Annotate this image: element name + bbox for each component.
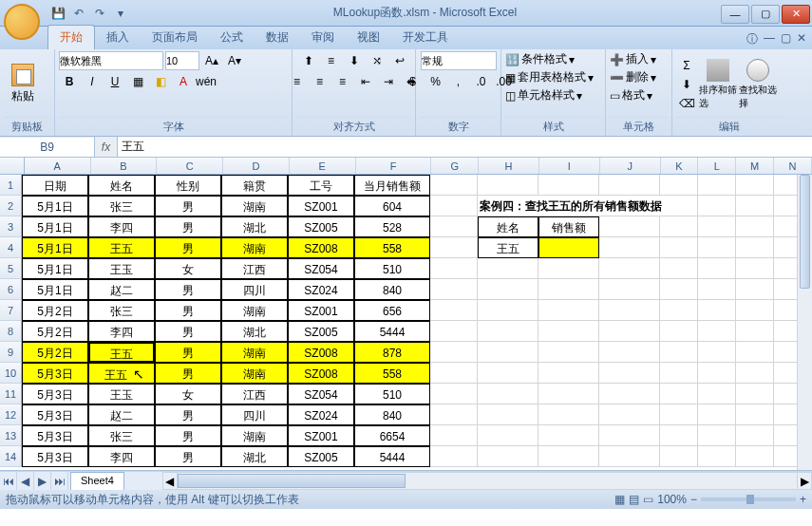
cell[interactable] — [430, 300, 478, 321]
cell[interactable] — [538, 425, 599, 446]
redo-icon[interactable]: ↷ — [91, 5, 108, 22]
format-button[interactable]: ▭格式▾ — [610, 87, 652, 103]
cell[interactable]: 湖北 — [221, 321, 288, 342]
italic-icon[interactable]: I — [82, 72, 103, 91]
number-format-combo[interactable] — [421, 51, 497, 70]
col-header[interactable]: G — [431, 158, 479, 174]
cell[interactable] — [538, 175, 599, 196]
tab-formulas[interactable]: 公式 — [209, 26, 255, 49]
cell[interactable] — [599, 363, 660, 384]
scroll-thumb[interactable] — [800, 175, 810, 289]
cell[interactable]: 5月2日 — [22, 342, 88, 363]
cell[interactable] — [660, 321, 698, 342]
cell[interactable]: 5月3日 — [22, 363, 88, 384]
cell[interactable] — [660, 446, 698, 467]
horizontal-scrollbar[interactable]: ◀ ▶ — [162, 472, 812, 490]
hscroll-right-icon[interactable]: ▶ — [797, 472, 812, 490]
cell[interactable] — [660, 404, 698, 425]
cell[interactable]: 湖南 — [221, 237, 288, 258]
cell[interactable]: 湖南 — [221, 425, 288, 446]
hscroll-left-icon[interactable]: ◀ — [162, 472, 178, 490]
cell[interactable] — [698, 279, 736, 300]
tab-nav-first-icon[interactable]: ⏮ — [0, 472, 17, 490]
find-select-button[interactable]: 查找和选择 — [739, 53, 777, 116]
cell[interactable] — [599, 404, 660, 425]
tab-nav-prev-icon[interactable]: ◀ — [17, 472, 34, 490]
cell[interactable] — [736, 363, 774, 384]
cell[interactable]: 510 — [354, 258, 430, 279]
cell[interactable] — [478, 404, 538, 425]
cell[interactable] — [660, 425, 698, 446]
cell[interactable] — [430, 404, 478, 425]
cell[interactable]: SZ001 — [288, 300, 354, 321]
cell[interactable]: 日期 — [22, 175, 88, 196]
cell[interactable]: 四川 — [221, 279, 288, 300]
row-header[interactable]: 5 — [0, 258, 22, 279]
cell[interactable]: 江西 — [221, 258, 288, 279]
comma-icon[interactable]: , — [448, 72, 469, 91]
cell[interactable]: 四川 — [221, 404, 288, 425]
cell[interactable] — [698, 300, 736, 321]
phonetic-icon[interactable]: wén — [196, 72, 217, 91]
row-header[interactable]: 8 — [0, 321, 22, 342]
cell[interactable] — [698, 237, 736, 258]
cell[interactable]: 男 — [155, 363, 221, 384]
cell[interactable] — [599, 321, 660, 342]
cell[interactable] — [736, 446, 774, 467]
cell[interactable]: SZ001 — [288, 425, 354, 446]
cell[interactable]: 张三 — [88, 300, 155, 321]
cell[interactable] — [660, 175, 698, 196]
cell-styles-button[interactable]: ◫单元格样式▾ — [505, 87, 582, 103]
cell[interactable] — [478, 384, 538, 404]
cell[interactable]: SZ024 — [288, 279, 354, 300]
cell[interactable]: 男 — [155, 279, 221, 300]
col-header[interactable]: E — [290, 158, 356, 174]
mdi-close-icon[interactable]: ✕ — [797, 31, 806, 47]
cell[interactable] — [698, 196, 736, 216]
percent-icon[interactable]: % — [425, 72, 446, 91]
align-left-icon[interactable]: ≡ — [287, 72, 308, 91]
cell[interactable]: 男 — [155, 425, 221, 446]
name-box[interactable] — [0, 138, 94, 157]
cell[interactable] — [736, 425, 774, 446]
col-header[interactable]: L — [698, 158, 736, 174]
vertical-scrollbar[interactable] — [797, 175, 812, 470]
tab-nav-last-icon[interactable]: ⏭ — [51, 472, 68, 490]
row-header[interactable]: 3 — [0, 216, 22, 237]
cell[interactable] — [698, 384, 736, 404]
font-name-combo[interactable] — [59, 51, 163, 70]
cell[interactable]: 840 — [354, 279, 430, 300]
col-header[interactable]: H — [479, 158, 539, 174]
cell[interactable]: 5月2日 — [22, 300, 88, 321]
cell[interactable] — [599, 258, 660, 279]
cell[interactable]: 男 — [155, 342, 221, 363]
row-header[interactable]: 6 — [0, 279, 22, 300]
cell[interactable] — [660, 237, 698, 258]
tab-layout[interactable]: 页面布局 — [141, 26, 209, 49]
cell[interactable] — [538, 279, 599, 300]
row-header[interactable]: 7 — [0, 300, 22, 321]
cell[interactable]: 5月2日 — [22, 321, 88, 342]
maximize-button[interactable]: ▢ — [751, 5, 780, 24]
cell[interactable]: 男 — [155, 300, 221, 321]
cell[interactable]: 性别 — [155, 175, 221, 196]
view-break-icon[interactable]: ▭ — [643, 493, 653, 506]
cell[interactable]: 王五 — [88, 342, 155, 363]
cell[interactable] — [698, 404, 736, 425]
cell[interactable] — [660, 279, 698, 300]
cell[interactable] — [698, 321, 736, 342]
cell[interactable]: 840 — [354, 404, 430, 425]
cell[interactable] — [430, 196, 478, 216]
col-header[interactable]: D — [223, 158, 290, 174]
font-color-icon[interactable]: A — [173, 72, 194, 91]
cell[interactable] — [660, 342, 698, 363]
cell[interactable] — [599, 175, 660, 196]
zoom-out-icon[interactable]: − — [690, 493, 697, 506]
cell[interactable]: SZ008 — [288, 363, 354, 384]
cell[interactable]: 姓名 — [88, 175, 155, 196]
cell[interactable] — [660, 363, 698, 384]
cell[interactable]: 湖南 — [221, 342, 288, 363]
close-button[interactable]: ✕ — [782, 5, 810, 24]
cell[interactable]: 工号 — [288, 175, 354, 196]
cell[interactable]: 5月1日 — [22, 216, 88, 237]
